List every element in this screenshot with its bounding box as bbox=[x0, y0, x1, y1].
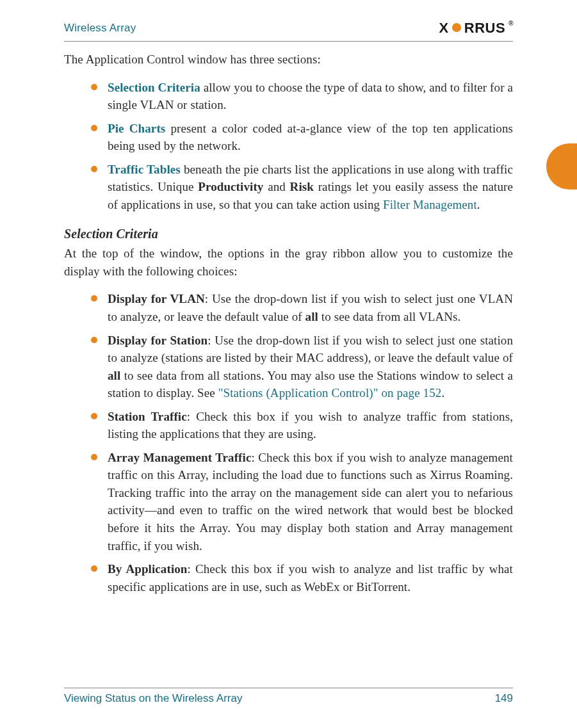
logo-registered-icon: ® bbox=[508, 20, 514, 27]
list-item: By Application: Check this box if you wi… bbox=[91, 560, 513, 595]
bold-term: all bbox=[108, 369, 120, 382]
criteria-text: to see data from all VLANs. bbox=[318, 310, 460, 323]
page-container: Wireless Array XRRUS® The Application Co… bbox=[0, 0, 577, 728]
stations-link[interactable]: "Stations (Application Control)" on page… bbox=[218, 386, 442, 400]
body-content: The Application Control window has three… bbox=[64, 51, 513, 595]
logo-dot-icon bbox=[452, 23, 461, 32]
criteria-term: Station Traffic bbox=[108, 410, 187, 423]
list-item: Array Management Traffic: Check this box… bbox=[91, 449, 513, 554]
list-item: Display for Station: Use the drop-down l… bbox=[91, 332, 513, 402]
section-text: and bbox=[263, 180, 289, 193]
intro-paragraph: The Application Control window has three… bbox=[64, 51, 513, 69]
header-title: Wireless Array bbox=[64, 22, 136, 35]
section-link[interactable]: Pie Charts bbox=[108, 122, 165, 135]
criteria-text: : Check this box if you wish to analyze … bbox=[108, 451, 513, 553]
list-item: Pie Charts present a color coded at-a-gl… bbox=[91, 120, 513, 155]
section-link[interactable]: Traffic Tables bbox=[108, 163, 181, 176]
subheading: Selection Criteria bbox=[64, 225, 513, 243]
criteria-text: . bbox=[441, 386, 444, 400]
criteria-term: Display for VLAN bbox=[108, 292, 205, 305]
criteria-list: Display for VLAN: Use the drop-down list… bbox=[64, 290, 513, 595]
subhead-paragraph: At the top of the window, the options in… bbox=[64, 245, 513, 280]
header: Wireless Array XRRUS® bbox=[64, 18, 513, 38]
logo-text-prefix: X bbox=[439, 20, 449, 36]
footer-divider bbox=[64, 688, 513, 688]
footer-section-title: Viewing Status on the Wireless Array bbox=[64, 692, 242, 705]
criteria-term: By Application bbox=[108, 562, 188, 576]
logo-text-suffix: RRUS bbox=[464, 20, 505, 36]
criteria-term: Array Management Traffic bbox=[108, 451, 251, 464]
footer-row: Viewing Status on the Wireless Array 149 bbox=[64, 692, 513, 705]
page-number: 149 bbox=[495, 692, 513, 705]
criteria-term: Display for Station bbox=[108, 334, 207, 347]
section-text: present a color coded at-a-glance view o… bbox=[108, 122, 513, 153]
sections-list: Selection Criteria allow you to choose t… bbox=[64, 79, 513, 214]
list-item: Station Traffic: Check this box if you w… bbox=[91, 408, 513, 443]
header-divider bbox=[64, 41, 513, 42]
section-link[interactable]: Selection Criteria bbox=[108, 81, 200, 94]
bold-term: Productivity bbox=[198, 180, 263, 193]
list-item: Display for VLAN: Use the drop-down list… bbox=[91, 290, 513, 325]
filter-management-link[interactable]: Filter Management bbox=[383, 198, 477, 211]
section-text: . bbox=[477, 198, 480, 211]
list-item: Traffic Tables beneath the pie charts li… bbox=[91, 161, 513, 214]
footer: Viewing Status on the Wireless Array 149 bbox=[64, 688, 513, 705]
bold-term: Risk bbox=[290, 180, 314, 193]
bold-term: all bbox=[305, 310, 318, 323]
brand-logo: XRRUS® bbox=[439, 20, 513, 36]
side-tab-decoration bbox=[546, 143, 577, 190]
list-item: Selection Criteria allow you to choose t… bbox=[91, 79, 513, 114]
